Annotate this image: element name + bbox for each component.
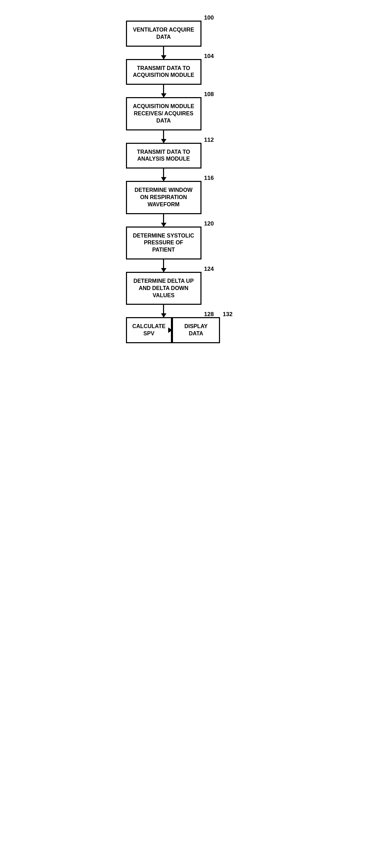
arrow-112-to-116	[163, 169, 164, 181]
step-132-box: DISPLAY DATA	[172, 317, 220, 343]
step-120-box: DETERMINE SYSTOLIC PRESSURE OF PATIENT	[126, 227, 201, 259]
label-116: 116	[204, 175, 214, 182]
label-112: 112	[204, 137, 214, 143]
arrow-100-to-104	[163, 47, 164, 59]
step-112-wrapper: 112 TRANSMIT DATA TO ANALYSIS MODULE	[126, 143, 201, 169]
step-124-box: DETERMINE DELTA UP AND DELTA DOWN VALUES	[126, 272, 201, 305]
step-108-box: ACQUISITION MODULE RECEIVES/ ACQUIRES DA…	[126, 97, 201, 130]
flow-column: 100 VENTILATOR ACQUIRE DATA 104 TRANSMIT…	[126, 21, 201, 343]
label-124: 124	[204, 266, 214, 273]
label-132: 132	[223, 311, 232, 318]
step-116-box: DETERMINE WINDOW ON RESPIRATION WAVEFORM	[126, 181, 201, 214]
step-132-wrapper: 132 DISPLAY DATA	[172, 317, 220, 343]
arrow-120-to-124	[163, 259, 164, 272]
arrow-116-to-120	[163, 214, 164, 227]
step-128-box: CALCULATE SPV	[126, 317, 172, 343]
step-128-wrapper: 128 CALCULATE SPV 132 DISPLAY DATA	[126, 317, 201, 343]
diagram-container: 100 VENTILATOR ACQUIRE DATA 104 TRANSMIT…	[95, 7, 287, 343]
arrow-108-to-112	[163, 130, 164, 143]
step-108-wrapper: 108 ACQUISITION MODULE RECEIVES/ ACQUIRE…	[126, 97, 201, 130]
step-104-wrapper: 104 TRANSMIT DATA TO ACQUISITION MODULE	[126, 59, 201, 85]
arrow-124-to-128	[163, 305, 164, 317]
label-100: 100	[204, 14, 214, 21]
step-100-wrapper: 100 VENTILATOR ACQUIRE DATA	[126, 21, 201, 47]
label-104: 104	[204, 53, 214, 60]
step-128-side-row: CALCULATE SPV 132 DISPLAY DATA	[126, 317, 201, 343]
step-124-wrapper: 124 DETERMINE DELTA UP AND DELTA DOWN VA…	[126, 272, 201, 305]
step-116-wrapper: 116 DETERMINE WINDOW ON RESPIRATION WAVE…	[126, 181, 201, 214]
label-108: 108	[204, 91, 214, 98]
arrow-104-to-108	[163, 85, 164, 97]
label-128: 128	[204, 311, 214, 318]
step-100-box: VENTILATOR ACQUIRE DATA	[126, 21, 201, 47]
label-120: 120	[204, 220, 214, 227]
step-120-wrapper: 120 DETERMINE SYSTOLIC PRESSURE OF PATIE…	[126, 227, 201, 259]
step-112-box: TRANSMIT DATA TO ANALYSIS MODULE	[126, 143, 201, 169]
step-104-box: TRANSMIT DATA TO ACQUISITION MODULE	[126, 59, 201, 85]
